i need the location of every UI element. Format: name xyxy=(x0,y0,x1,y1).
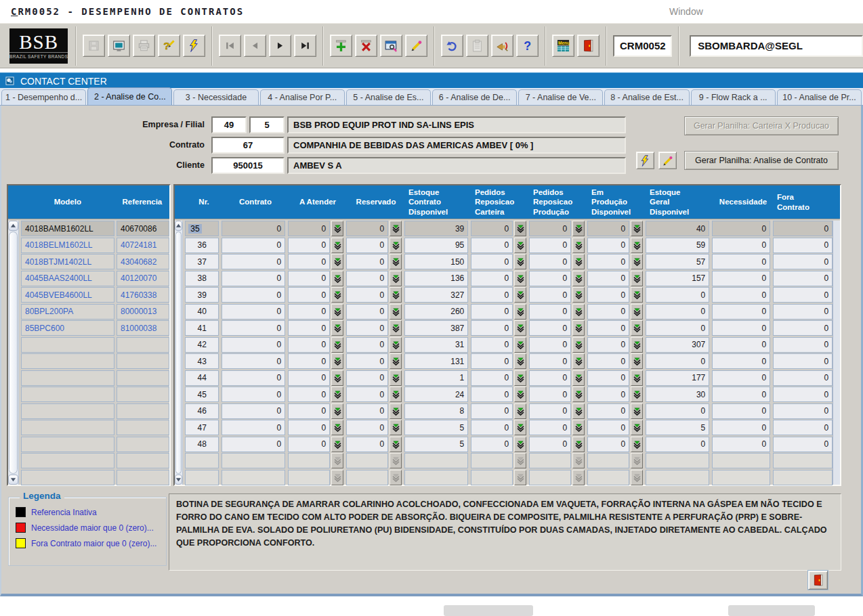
contract-row[interactable]: 43000131000000 xyxy=(185,353,833,369)
ped_rep_producao-cell[interactable]: 0 xyxy=(529,287,571,303)
drill-down-button[interactable] xyxy=(514,271,526,286)
em_producao-cell[interactable] xyxy=(587,453,629,468)
drill-down-button[interactable] xyxy=(572,387,585,402)
reservado-cell[interactable]: 0 xyxy=(346,254,388,269)
paste-button[interactable] xyxy=(466,35,488,57)
ped_rep_carteira-cell[interactable]: 0 xyxy=(471,437,513,452)
drill-down-button[interactable] xyxy=(572,238,585,253)
drill-down-button[interactable] xyxy=(572,320,585,336)
drill-down-button[interactable] xyxy=(631,470,643,485)
ped_rep_producao-cell[interactable] xyxy=(529,470,571,485)
a_atender-cell[interactable]: 0 xyxy=(288,304,330,320)
ped_rep_producao-cell[interactable]: 0 xyxy=(529,353,571,369)
contrato-cell[interactable] xyxy=(222,453,285,468)
em_producao-cell[interactable]: 0 xyxy=(587,271,629,286)
drill-down-button[interactable] xyxy=(331,304,343,320)
ped_rep_producao-cell[interactable]: 0 xyxy=(529,238,571,253)
a_atender-cell[interactable]: 0 xyxy=(288,370,330,386)
estoque_contrato-cell[interactable]: 31 xyxy=(404,337,468,353)
fora_contrato-cell[interactable]: 0 xyxy=(773,304,833,320)
a_atender-cell[interactable]: 0 xyxy=(288,387,330,402)
a_atender-cell[interactable]: 0 xyxy=(288,437,330,452)
contract-row[interactable]: 480005000000 xyxy=(185,437,833,452)
contract-row[interactable]: 41000387000000 xyxy=(185,320,833,336)
estoque_contrato-cell[interactable]: 5 xyxy=(404,420,468,435)
modelo-cell[interactable]: 80BPL200PA xyxy=(21,304,114,320)
tab-2[interactable]: 2 - Analise de Co... xyxy=(87,87,172,105)
drill-down-button[interactable] xyxy=(331,238,343,253)
drill-down-button[interactable] xyxy=(572,437,585,452)
reservado-cell[interactable]: 0 xyxy=(346,353,388,369)
reservado-cell[interactable] xyxy=(346,470,388,485)
em_producao-cell[interactable]: 0 xyxy=(587,337,629,353)
drill-down-button[interactable] xyxy=(390,353,402,369)
em_producao-cell[interactable] xyxy=(587,470,629,485)
drill-down-button[interactable] xyxy=(572,287,585,303)
modelo-cell[interactable]: 4018BELM1602LL xyxy=(21,238,114,253)
em_producao-cell[interactable]: 0 xyxy=(587,353,629,369)
menu-window[interactable]: Window xyxy=(669,6,703,17)
nr-cell[interactable]: 38 xyxy=(185,271,219,286)
reservado-cell[interactable]: 0 xyxy=(346,420,388,435)
drill-down-button[interactable] xyxy=(631,304,643,320)
model-grid-scrollbar[interactable] xyxy=(8,221,19,485)
modelo-cell[interactable] xyxy=(21,470,114,485)
query-window-button[interactable] xyxy=(380,35,402,57)
contrato-cell[interactable]: 0 xyxy=(222,353,285,369)
modelo-cell[interactable] xyxy=(21,403,114,419)
nr-cell[interactable]: 39 xyxy=(185,287,219,303)
em_producao-cell[interactable]: 0 xyxy=(587,403,629,419)
estoque_contrato-cell[interactable]: 8 xyxy=(404,403,468,419)
modelo-cell[interactable] xyxy=(21,420,114,435)
ped_rep_carteira-cell[interactable]: 0 xyxy=(471,403,513,419)
model-row[interactable]: 4018BTJM1402LL43040682 xyxy=(21,254,169,269)
drill-down-button[interactable] xyxy=(331,370,343,386)
drill-down-button[interactable] xyxy=(390,387,402,402)
execute-lightning-button[interactable] xyxy=(636,152,654,169)
contract-row[interactable]: 35000390004000 xyxy=(185,221,833,236)
drill-down-button[interactable] xyxy=(631,238,643,253)
em_producao-cell[interactable]: 0 xyxy=(587,387,629,402)
estoque_geral-cell[interactable]: 0 xyxy=(646,287,709,303)
drill-down-button[interactable] xyxy=(390,453,402,468)
referencia-cell[interactable]: 40120070 xyxy=(117,271,169,286)
drill-down-button[interactable] xyxy=(514,221,526,236)
contract-row[interactable]: 420003100030700 xyxy=(185,337,833,353)
ped_rep_carteira-cell[interactable]: 0 xyxy=(471,271,513,286)
nr-cell[interactable]: 45 xyxy=(185,387,219,402)
model-row[interactable] xyxy=(21,420,169,435)
referencia-cell[interactable] xyxy=(117,437,169,452)
drill-down-button[interactable] xyxy=(331,387,343,402)
ped_rep_carteira-cell[interactable]: 0 xyxy=(471,221,513,236)
estoque_geral-cell[interactable] xyxy=(646,470,709,485)
necessidade-cell[interactable] xyxy=(712,470,770,485)
reservado-cell[interactable]: 0 xyxy=(346,238,388,253)
tab-8[interactable]: 8 - Analise de Est... xyxy=(604,89,689,105)
next-record-button[interactable] xyxy=(269,35,291,57)
contract-row[interactable] xyxy=(185,470,833,485)
drill-down-button[interactable] xyxy=(631,453,643,468)
referencia-cell[interactable]: 40724181 xyxy=(117,238,169,253)
model-row[interactable] xyxy=(21,387,169,402)
cliente-input[interactable]: 950015 xyxy=(211,157,285,174)
modelo-cell[interactable]: 4045BVEB4600LL xyxy=(21,287,114,303)
estoque_geral-cell[interactable]: 0 xyxy=(646,353,709,369)
insert-record-button[interactable] xyxy=(330,35,352,57)
drill-down-button[interactable] xyxy=(390,420,402,435)
tab-5[interactable]: 5 - Analise de Es... xyxy=(346,89,431,105)
fora_contrato-cell[interactable]: 0 xyxy=(773,238,833,253)
referencia-cell[interactable]: 43040682 xyxy=(117,254,169,269)
estoque_geral-cell[interactable] xyxy=(646,453,709,468)
necessidade-cell[interactable]: 0 xyxy=(712,437,770,452)
contrato-cell[interactable]: 0 xyxy=(222,420,285,435)
contract-row[interactable]: 460008000000 xyxy=(185,403,833,419)
announce-button[interactable] xyxy=(491,35,513,57)
drill-down-button[interactable] xyxy=(514,387,526,402)
referencia-cell[interactable] xyxy=(117,387,169,402)
nr-cell[interactable]: 40 xyxy=(185,304,219,320)
drill-down-button[interactable] xyxy=(514,403,526,419)
drill-down-button[interactable] xyxy=(572,370,585,386)
nr-cell[interactable]: 37 xyxy=(185,254,219,269)
em_producao-cell[interactable]: 0 xyxy=(587,304,629,320)
estoque_geral-cell[interactable]: 157 xyxy=(646,271,709,286)
